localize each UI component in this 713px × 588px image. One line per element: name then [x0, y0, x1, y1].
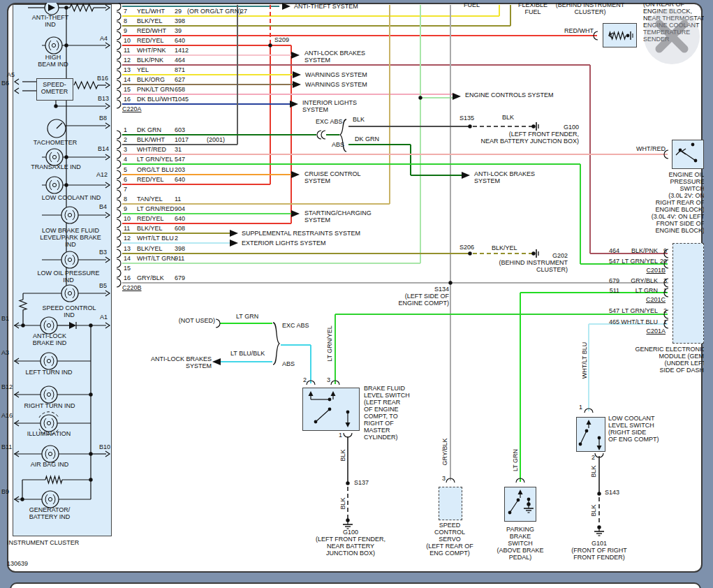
parking-brake-switch-box	[504, 487, 536, 522]
speedometer-box	[36, 78, 73, 101]
oil-pressure-switch-box	[672, 140, 704, 169]
coolant-temp-sender-box	[603, 23, 637, 47]
diagram-page-next	[10, 582, 701, 588]
gem-module-box	[672, 243, 704, 344]
scrollbar-right[interactable]	[704, 0, 713, 588]
titlebar-strip	[0, 0, 713, 3]
brake-fluid-switch-box	[302, 388, 360, 431]
low-coolant-switch-box	[576, 417, 605, 452]
speed-control-servo-box	[439, 487, 462, 520]
